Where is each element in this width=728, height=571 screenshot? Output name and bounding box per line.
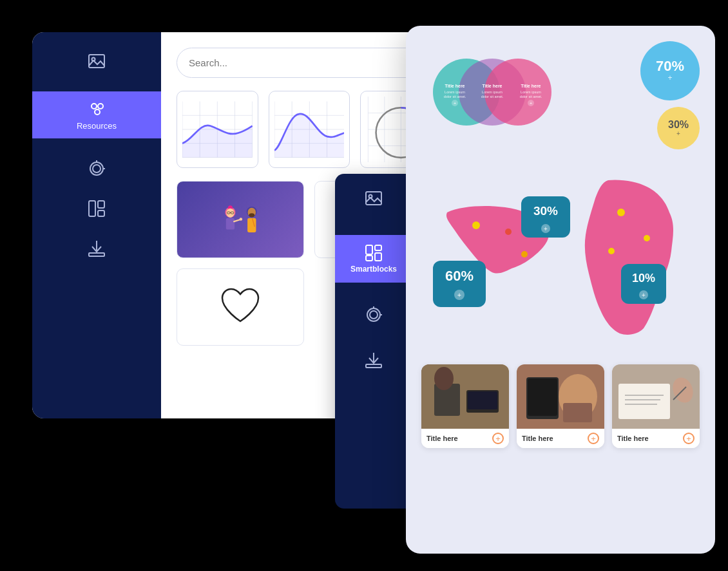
gallery-img-1 [421, 364, 509, 429]
svg-point-94 [472, 221, 480, 229]
svg-text:+: + [544, 225, 548, 232]
svg-point-4 [95, 109, 100, 115]
gallery-plus-3[interactable]: + [683, 433, 694, 444]
svg-point-95 [505, 229, 512, 235]
sidebar-item-pulse[interactable] [87, 159, 106, 178]
svg-rect-65 [366, 245, 372, 254]
map-section: 60% + 30% + 10% + [421, 161, 700, 348]
gallery-plus-1[interactable]: + [492, 433, 504, 444]
gallery-section: Title here + Title here + [421, 364, 700, 448]
svg-rect-11 [98, 211, 104, 216]
charts-row [177, 91, 442, 168]
svg-point-3 [98, 104, 103, 109]
sidebar-back: Resources [32, 32, 161, 418]
stat-bubbles: 70% + 30% + [640, 41, 700, 149]
svg-rect-112 [468, 391, 497, 409]
svg-point-93 [608, 248, 615, 254]
mid-icon-image[interactable] [365, 189, 383, 212]
svg-text:Title here: Title here [483, 84, 503, 88]
svg-point-51 [240, 218, 242, 220]
svg-rect-73 [366, 364, 381, 368]
gallery-title-2: Title here [522, 435, 553, 442]
search-input[interactable] [189, 57, 410, 68]
svg-rect-66 [366, 256, 372, 261]
svg-rect-67 [375, 245, 381, 250]
gallery-plus-2[interactable]: + [588, 433, 599, 444]
gallery-title-1: Title here [426, 435, 458, 442]
svg-text:Title here: Title here [521, 84, 541, 88]
svg-text:dolor sit amet.: dolor sit amet. [481, 95, 504, 98]
venn-section: Title here Lorem ipsum dolor sit amet. +… [421, 41, 700, 149]
svg-rect-10 [98, 201, 104, 208]
svg-text:10%: 10% [632, 272, 655, 285]
stat-bubble-70: 70% + [640, 41, 700, 100]
svg-rect-118 [563, 403, 592, 422]
svg-point-92 [644, 235, 650, 241]
gallery-img-2 [517, 364, 604, 429]
mid-icon-smartblocks[interactable]: Smartblocks [335, 235, 412, 283]
svg-rect-120 [618, 384, 670, 419]
svg-rect-12 [89, 253, 104, 256]
chart-card-2[interactable] [269, 91, 350, 168]
svg-point-91 [617, 209, 625, 216]
sidebar-item-download[interactable] [87, 239, 106, 258]
stat-30-pct: 30% [668, 120, 689, 130]
sidebar-item-resources[interactable]: Resources [32, 91, 161, 138]
gallery-caption-3: Title here + [612, 429, 700, 448]
svg-text:Title here: Title here [445, 84, 465, 88]
svg-point-96 [521, 251, 528, 257]
mid-icon-pulse[interactable] [365, 306, 383, 328]
venn-diagram: Title here Lorem ipsum dolor sit amet. +… [421, 50, 563, 140]
gallery-img-3 [612, 364, 700, 429]
svg-text:60%: 60% [445, 268, 474, 284]
sidebar-item-images[interactable] [87, 51, 106, 71]
svg-rect-49 [226, 218, 235, 230]
gallery-caption-1: Title here + [421, 429, 509, 448]
heart-card[interactable] [177, 268, 304, 346]
svg-rect-0 [89, 55, 104, 68]
gallery-title-3: Title here [617, 435, 649, 442]
people-card[interactable] [177, 181, 304, 258]
svg-text:dolor sit amet.: dolor sit amet. [444, 95, 466, 98]
svg-point-6 [93, 165, 101, 173]
svg-text:30%: 30% [533, 204, 558, 218]
chart-card-1[interactable] [177, 91, 258, 168]
svg-text:+: + [457, 291, 461, 299]
svg-rect-9 [89, 201, 95, 216]
svg-text:Lorem ipsum: Lorem ipsum [521, 90, 541, 94]
svg-line-50 [234, 220, 240, 221]
svg-text:Lorem ipsum: Lorem ipsum [445, 90, 465, 94]
svg-point-45 [226, 209, 234, 218]
svg-text:+: + [454, 101, 456, 106]
front-panel: Title here Lorem ipsum dolor sit amet. +… [406, 26, 715, 554]
sidebar-item-layout[interactable] [87, 199, 106, 218]
svg-point-2 [91, 104, 97, 109]
stat-70-plus[interactable]: + [667, 73, 672, 82]
gallery-item-3[interactable]: Title here + [612, 364, 700, 448]
svg-text:+: + [530, 101, 532, 106]
mid-smartblocks-label: Smartblocks [350, 265, 397, 274]
mid-icon-download[interactable] [365, 351, 383, 374]
stat-bubble-30: 30% + [657, 107, 700, 149]
mid-panel: Smartblocks [335, 174, 412, 509]
svg-text:dolor sit amet.: dolor sit amet. [520, 95, 542, 98]
svg-point-113 [434, 367, 454, 390]
svg-rect-68 [375, 253, 381, 261]
svg-text:Lorem ipsum: Lorem ipsum [482, 90, 503, 94]
svg-point-54 [249, 213, 254, 217]
svg-rect-116 [528, 379, 557, 416]
gallery-item-2[interactable]: Title here + [517, 364, 604, 448]
gallery-item-1[interactable]: Title here + [421, 364, 509, 448]
svg-rect-55 [247, 218, 256, 232]
svg-rect-63 [366, 192, 381, 205]
sidebar-item-resources-label: Resources [77, 121, 117, 131]
stat-30-plus[interactable]: + [676, 130, 680, 137]
gallery-caption-2: Title here + [517, 429, 604, 448]
svg-text:+: + [642, 292, 646, 299]
stat-70-pct: 70% [656, 59, 684, 73]
search-bar [177, 48, 442, 78]
svg-point-70 [370, 311, 378, 319]
